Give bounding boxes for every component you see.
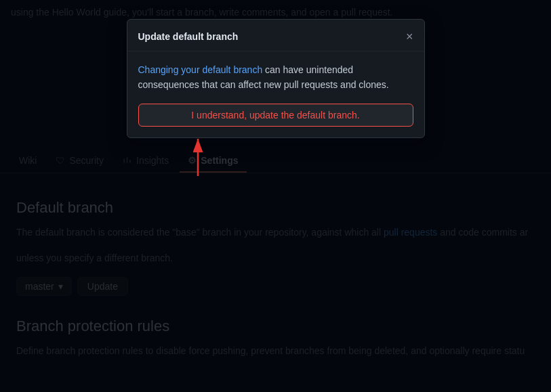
modal-body: Changing your default branch can have un… [127, 51, 424, 137]
modal-warning-text: Changing your default branch can have un… [138, 62, 413, 93]
modal-confirm-button[interactable]: I understand, update the default branch. [138, 104, 413, 127]
modal-warning-link[interactable]: Changing your default branch [138, 64, 263, 75]
modal-close-button[interactable]: × [406, 30, 413, 43]
modal-header: Update default branch × [127, 20, 424, 51]
modal-dialog: Update default branch × Changing your de… [127, 19, 425, 138]
modal-title: Update default branch [138, 31, 239, 42]
